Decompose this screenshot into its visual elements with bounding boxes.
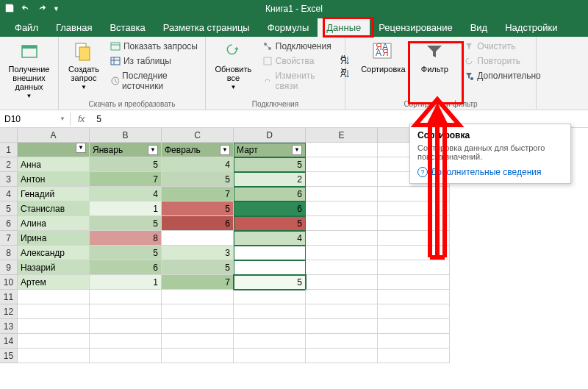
cell[interactable] (234, 260, 306, 275)
cell[interactable] (18, 304, 90, 319)
row-header[interactable]: 14 (0, 334, 18, 349)
cell[interactable] (234, 246, 306, 260)
cell[interactable]: 5 (234, 275, 306, 290)
cell[interactable] (306, 304, 378, 319)
save-icon[interactable] (4, 3, 15, 15)
cell[interactable] (378, 231, 450, 246)
formula-input[interactable]: 5 (92, 114, 101, 124)
cell[interactable] (306, 319, 378, 334)
tab-разметка страницы[interactable]: Разметка страницы (154, 18, 259, 37)
advanced-filter-button[interactable]: Дополнительно (462, 69, 542, 82)
cell[interactable] (18, 349, 90, 363)
tab-рецензирование[interactable]: Рецензирование (370, 18, 461, 37)
col-header[interactable]: B (90, 128, 162, 143)
refresh-all-button[interactable]: Обновить все▼ (210, 40, 257, 90)
cell[interactable] (306, 157, 378, 172)
cell[interactable] (378, 260, 450, 275)
undo-icon[interactable] (21, 3, 31, 15)
cell[interactable]: 8 (90, 231, 162, 246)
cell[interactable]: 6 (162, 216, 234, 231)
cell[interactable] (306, 246, 378, 260)
cell[interactable]: 5 (234, 157, 306, 172)
cell[interactable]: Назарий (18, 260, 90, 275)
col-header[interactable]: D (234, 128, 306, 143)
cell[interactable] (378, 334, 450, 349)
cell[interactable] (378, 275, 450, 290)
cell[interactable] (378, 290, 450, 304)
cell[interactable] (378, 216, 450, 231)
cell[interactable] (162, 349, 234, 363)
cell[interactable] (306, 349, 378, 363)
cell[interactable]: 6 (90, 260, 162, 275)
cell[interactable] (162, 319, 234, 334)
cell[interactable] (306, 260, 378, 275)
cell[interactable] (306, 187, 378, 201)
cell[interactable]: Февраль▼ (162, 143, 234, 157)
row-header[interactable]: 5 (0, 201, 18, 216)
sort-az-button[interactable]: АЯ (339, 54, 355, 67)
row-header[interactable]: 15 (0, 349, 18, 363)
cell[interactable] (234, 290, 306, 304)
cell[interactable]: 5 (162, 172, 234, 187)
cell[interactable] (234, 319, 306, 334)
cell[interactable]: 5 (90, 216, 162, 231)
tooltip-link[interactable]: ?Дополнительные сведения (417, 167, 563, 177)
recent-sources-button[interactable]: Последние источники (109, 69, 201, 93)
filter-button[interactable]: Фильтр (411, 40, 458, 74)
cell[interactable]: 6 (234, 201, 306, 216)
cell[interactable]: 6 (234, 187, 306, 201)
cell[interactable]: Март▼ (234, 143, 306, 157)
cell[interactable]: Генадий (18, 187, 90, 201)
cell[interactable]: 5 (90, 246, 162, 260)
cell[interactable] (90, 319, 162, 334)
row-header[interactable]: 12 (0, 304, 18, 319)
cell[interactable]: 3 (162, 246, 234, 260)
cell[interactable]: 7 (162, 275, 234, 290)
new-query-button[interactable]: Создать запрос▼ (63, 40, 104, 90)
cell[interactable] (306, 231, 378, 246)
cell[interactable] (18, 334, 90, 349)
row-header[interactable]: 1 (0, 143, 18, 157)
tab-главная[interactable]: Главная (47, 18, 101, 37)
cell[interactable]: 7 (90, 172, 162, 187)
row-header[interactable]: 9 (0, 260, 18, 275)
col-header[interactable]: E (306, 128, 378, 143)
cell[interactable] (18, 290, 90, 304)
cell[interactable]: 7 (162, 187, 234, 201)
cell[interactable] (234, 349, 306, 363)
cell[interactable]: 4 (162, 157, 234, 172)
tab-файл[interactable]: Файл (6, 18, 47, 37)
cell[interactable]: Январь▼ (90, 143, 162, 157)
cell[interactable] (306, 275, 378, 290)
cell[interactable]: Анна (18, 157, 90, 172)
cell[interactable] (90, 290, 162, 304)
cell[interactable] (378, 201, 450, 216)
cell[interactable] (306, 334, 378, 349)
cell[interactable] (378, 319, 450, 334)
cell[interactable]: Александр (18, 246, 90, 260)
cell[interactable]: 5 (162, 201, 234, 216)
cell[interactable]: 5 (234, 216, 306, 231)
cell[interactable] (378, 187, 450, 201)
cell[interactable] (90, 334, 162, 349)
cell[interactable] (90, 304, 162, 319)
tab-вид[interactable]: Вид (462, 18, 497, 37)
sort-button[interactable]: ЯААЯСортировка (359, 40, 406, 74)
redo-icon[interactable] (37, 3, 47, 15)
customize-icon[interactable]: ▼ (53, 5, 60, 13)
cell[interactable] (162, 334, 234, 349)
cell[interactable]: Станислав (18, 201, 90, 216)
tab-формулы[interactable]: Формулы (259, 18, 318, 37)
cell[interactable]: Артем (18, 275, 90, 290)
cell[interactable] (306, 143, 378, 157)
get-external-data-button[interactable]: Получение внешних данных▼ (6, 40, 53, 99)
cell[interactable] (378, 349, 450, 363)
name-box[interactable]: D10▼ (0, 113, 71, 126)
cell[interactable] (162, 231, 234, 246)
row-header[interactable]: 4 (0, 187, 18, 201)
sort-za-button[interactable]: ЯА (339, 67, 355, 80)
row-header[interactable]: 10 (0, 275, 18, 290)
row-header[interactable]: 3 (0, 172, 18, 187)
cell[interactable]: Алина (18, 216, 90, 231)
row-header[interactable]: 8 (0, 246, 18, 260)
